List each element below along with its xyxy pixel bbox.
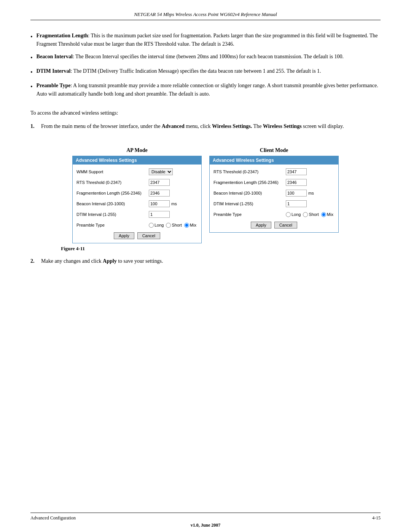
frag-value[interactable] (149, 190, 198, 197)
bullet-icon: • (30, 53, 33, 62)
wmm-select[interactable]: Disable Enable (149, 168, 173, 175)
client-mode-label: Client Mode (260, 147, 288, 153)
client-frag-row: Fragmentention Length (256-2346) (213, 178, 335, 187)
client-dtim-label: DTIM Interval (1-255) (213, 201, 286, 206)
client-dtim-row: DTIM Interval (1-255) (213, 200, 335, 208)
figure-caption: Figure 4-11 (61, 246, 85, 251)
dtim-label: DTIM Interval (1-255) (76, 212, 149, 217)
bullet-icon: • (30, 68, 33, 77)
header-title: NETGEAR 54 Mbps Wireless Access Point WG… (30, 11, 381, 18)
bullet-preamble: Preamble Type: A long transmit preamble … (37, 81, 381, 98)
preamble-short-radio[interactable] (166, 223, 171, 228)
client-rts-value[interactable] (286, 168, 335, 175)
list-item: • Fragmentation Length: This is the maxi… (30, 32, 381, 48)
rts-value[interactable] (149, 179, 198, 186)
preamble-row: Preamble Type Long Short Mix (76, 221, 198, 229)
frag-label: Fragmentention Length (256-2346) (76, 191, 149, 195)
header-rule (30, 20, 381, 20)
client-preamble-long-radio[interactable] (286, 212, 291, 217)
client-preamble-short-label[interactable]: Short (303, 212, 319, 217)
bullet-icon: • (30, 82, 33, 98)
client-rts-input[interactable] (286, 168, 307, 175)
client-mode-column: Client Mode Advanced Wireless Settings R… (209, 147, 339, 243)
wmm-label: WMM Support (76, 169, 149, 174)
beacon-label: Beacon Interval (20-1000) (76, 201, 149, 206)
client-settings-title: Advanced Wireless Settings (210, 156, 338, 165)
ap-btn-row: Apply Cancel (76, 232, 198, 239)
numbered-list: 1. From the main menu of the browser int… (30, 122, 381, 134)
bullet-icon: • (30, 32, 33, 48)
client-beacon-row: Beacon Interval (20-1000) ms (213, 189, 335, 197)
wmm-value[interactable]: Disable Enable (149, 168, 198, 175)
client-beacon-value[interactable]: ms (286, 190, 335, 197)
figures-row: AP Mode Advanced Wireless Settings WMM S… (30, 147, 381, 243)
client-frag-value[interactable] (286, 179, 335, 186)
client-apply-button[interactable]: Apply (251, 222, 271, 228)
preamble-short-label[interactable]: Short (166, 223, 182, 228)
preamble-value[interactable]: Long Short Mix (149, 223, 198, 228)
bullet-fragmentation: Fragmentation Length: This is the maximu… (37, 32, 381, 48)
footer-row: Advanced Configuration 4-15 (30, 515, 381, 521)
client-frag-input[interactable] (286, 179, 307, 186)
client-cancel-button[interactable]: Cancel (274, 222, 297, 228)
ap-cancel-button[interactable]: Cancel (137, 232, 160, 239)
footer-rule (30, 513, 381, 513)
header-area: NETGEAR 54 Mbps Wireless Access Point WG… (30, 0, 381, 28)
ap-mode-label: AP Mode (126, 147, 148, 153)
client-beacon-input[interactable] (286, 190, 307, 197)
preamble-long-label[interactable]: Long (149, 223, 164, 228)
client-btn-row: Apply Cancel (213, 222, 335, 228)
ap-apply-button[interactable]: Apply (114, 232, 134, 239)
list-item: • Preamble Type: A long transmit preambl… (30, 81, 381, 98)
footer-left: Advanced Configuration (30, 515, 76, 521)
ap-settings-title: Advanced Wireless Settings (73, 156, 201, 165)
ap-mode-column: AP Mode Advanced Wireless Settings WMM S… (72, 147, 202, 243)
wmm-row: WMM Support Disable Enable (76, 168, 198, 176)
bullet-list: • Fragmentation Length: This is the maxi… (30, 32, 381, 103)
step2-item: 2. Make any changes and click Apply to s… (30, 257, 381, 272)
frag-input[interactable] (149, 190, 170, 197)
preamble-label: Preamble Type (76, 223, 149, 227)
client-settings-body: RTS Threshold (0-2347) Fragmentention Le… (210, 165, 338, 232)
bullet-beacon: Beacon Interval: The Beacon Interval spe… (37, 53, 381, 62)
dtim-value[interactable] (149, 211, 198, 218)
client-frag-label: Fragmentention Length (256-2346) (213, 180, 286, 185)
preamble-mix-radio[interactable] (184, 223, 189, 228)
step2-number: 2. (30, 257, 37, 272)
client-beacon-label: Beacon Interval (20-1000) (213, 191, 286, 195)
step2-text: Make any changes and click Apply to save… (41, 257, 381, 265)
frag-row: Fragmentention Length (256-2346) (76, 189, 198, 197)
client-rts-row: RTS Threshold (0-2347) (213, 168, 335, 176)
client-preamble-short-radio[interactable] (303, 212, 308, 217)
client-dtim-value[interactable] (286, 200, 335, 207)
client-rts-label: RTS Threshold (0-2347) (213, 169, 286, 174)
beacon-unit: ms (171, 201, 177, 206)
client-preamble-long-label[interactable]: Long (286, 212, 301, 217)
step1-text: From the main menu of the browser interf… (41, 122, 381, 131)
client-preamble-radio-group[interactable]: Long Short Mix (286, 212, 333, 217)
ap-settings-body: WMM Support Disable Enable RTS Threshold… (73, 165, 201, 243)
intro-paragraph: To access the advanced wireless settings… (30, 109, 381, 117)
client-preamble-value[interactable]: Long Short Mix (286, 212, 335, 217)
preamble-mix-label[interactable]: Mix (184, 223, 196, 228)
preamble-long-radio[interactable] (149, 223, 154, 228)
beacon-input[interactable] (149, 200, 170, 207)
beacon-row: Beacon Interval (20-1000) ms (76, 200, 198, 208)
client-preamble-mix-radio[interactable] (321, 212, 326, 217)
preamble-radio-group[interactable]: Long Short Mix (149, 223, 196, 228)
list-item: • Beacon Interval: The Beacon Interval s… (30, 53, 381, 62)
client-mode-settings-box: Advanced Wireless Settings RTS Threshold… (209, 156, 339, 233)
client-preamble-mix-label[interactable]: Mix (321, 212, 333, 217)
bullet-dtim: DTIM Interval: The DTIM (Delivery Traffi… (37, 67, 381, 77)
list-item: • DTIM Interval: The DTIM (Delivery Traf… (30, 67, 381, 77)
footer-spacer (30, 281, 381, 513)
dtim-input[interactable] (149, 211, 170, 218)
client-preamble-label: Preamble Type (213, 212, 286, 217)
step-number: 1. (30, 122, 37, 131)
client-dtim-input[interactable] (286, 200, 307, 207)
footer-right: 4-15 (372, 515, 381, 521)
ap-mode-settings-box: Advanced Wireless Settings WMM Support D… (72, 156, 202, 243)
list-item: 1. From the main menu of the browser int… (30, 122, 381, 131)
rts-input[interactable] (149, 179, 170, 186)
beacon-value[interactable]: ms (149, 200, 198, 207)
